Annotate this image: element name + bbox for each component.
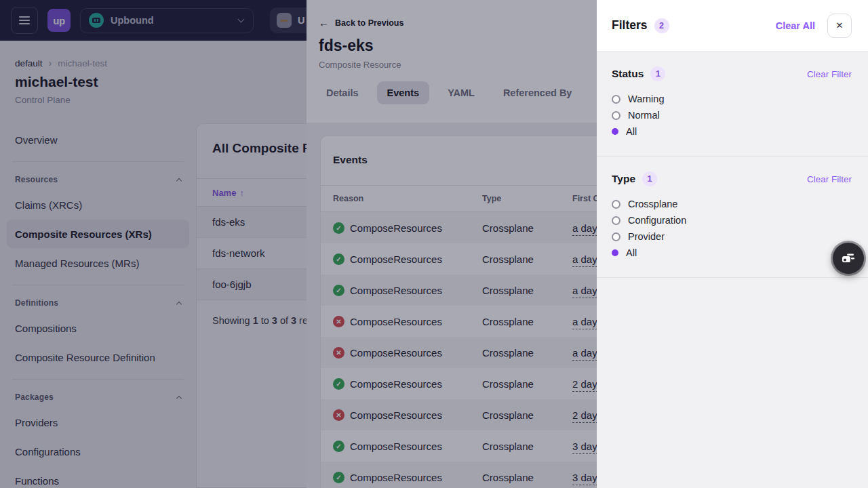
list-card-icon — [841, 251, 856, 266]
filter-section-status: Status 1 Clear Filter Warning Normal All — [597, 52, 868, 157]
clear-all-button[interactable]: Clear All — [776, 20, 815, 31]
radio-option-normal[interactable]: Normal — [612, 107, 852, 123]
filters-drawer: Filters 2 Clear All ✕ Status 1 Clear Fil… — [597, 0, 868, 488]
filters-count-badge: 2 — [654, 18, 669, 33]
radio-icon[interactable] — [612, 111, 620, 120]
filter-section-type: Type 1 Clear Filter Crossplane Configura… — [597, 157, 868, 278]
feedback-widget-button[interactable] — [833, 243, 864, 274]
radio-option-crossplane[interactable]: Crossplane — [612, 196, 852, 212]
status-count-badge: 1 — [650, 66, 665, 81]
type-count-badge: 1 — [642, 171, 657, 186]
radio-selected-icon[interactable] — [612, 128, 618, 135]
radio-icon[interactable] — [612, 232, 620, 241]
status-section-title: Status — [612, 68, 644, 80]
radio-selected-icon[interactable] — [612, 249, 618, 256]
clear-type-filter-button[interactable]: Clear Filter — [807, 174, 852, 184]
radio-icon[interactable] — [612, 95, 620, 104]
radio-option-configuration[interactable]: Configuration — [612, 212, 852, 228]
radio-option-warning[interactable]: Warning — [612, 91, 852, 107]
radio-option-provider[interactable]: Provider — [612, 228, 852, 245]
close-icon[interactable]: ✕ — [827, 14, 852, 38]
type-section-title: Type — [612, 173, 635, 185]
clear-status-filter-button[interactable]: Clear Filter — [807, 69, 852, 79]
radio-option-status-all[interactable]: All — [612, 123, 852, 140]
radio-option-type-all[interactable]: All — [612, 245, 852, 261]
radio-icon[interactable] — [612, 216, 620, 225]
filters-header: Filters 2 Clear All ✕ — [597, 0, 868, 52]
radio-icon[interactable] — [612, 200, 620, 209]
filters-title: Filters — [612, 18, 648, 33]
